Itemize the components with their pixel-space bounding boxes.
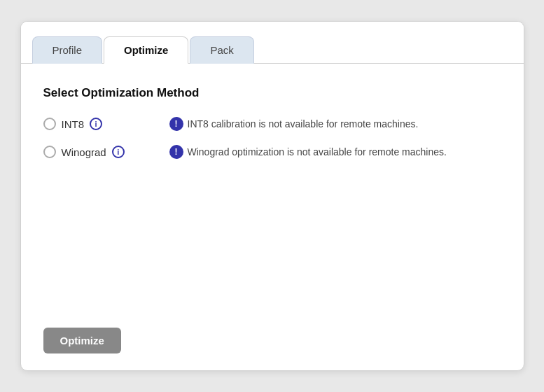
radio-group-int8: INT8 i <box>43 118 169 130</box>
content-area: Select Optimization Method INT8 i ! INT8… <box>21 64 524 328</box>
optimize-button[interactable]: Optimize <box>43 328 121 354</box>
tab-optimize[interactable]: Optimize <box>104 36 188 64</box>
option-label-winograd: Winograd <box>62 146 106 158</box>
tab-bar: Profile Optimize Pack <box>21 22 524 64</box>
footer: Optimize <box>21 328 524 370</box>
radio-int8[interactable] <box>43 118 56 130</box>
option-row-winograd: Winograd i ! Winograd optimization is no… <box>43 145 501 159</box>
warning-message-winograd: ! Winograd optimization is not available… <box>169 145 447 159</box>
tab-pack[interactable]: Pack <box>190 36 253 64</box>
warning-text-int8: INT8 calibration is not available for re… <box>188 118 419 130</box>
warning-icon-int8: ! <box>169 117 183 131</box>
radio-winograd[interactable] <box>43 146 56 158</box>
radio-group-winograd: Winograd i <box>43 146 169 158</box>
warning-icon-winograd: ! <box>169 145 183 159</box>
tab-profile[interactable]: Profile <box>32 36 103 64</box>
option-row-int8: INT8 i ! INT8 calibration is not availab… <box>43 117 501 131</box>
warning-text-winograd: Winograd optimization is not available f… <box>188 146 447 158</box>
options-list: INT8 i ! INT8 calibration is not availab… <box>43 117 501 159</box>
info-icon-winograd[interactable]: i <box>112 146 125 158</box>
info-icon-int8[interactable]: i <box>90 118 102 130</box>
option-label-int8: INT8 <box>62 118 85 130</box>
warning-message-int8: ! INT8 calibration is not available for … <box>169 117 419 131</box>
main-window: Profile Optimize Pack Select Optimizatio… <box>20 21 524 371</box>
section-title: Select Optimization Method <box>43 86 501 100</box>
